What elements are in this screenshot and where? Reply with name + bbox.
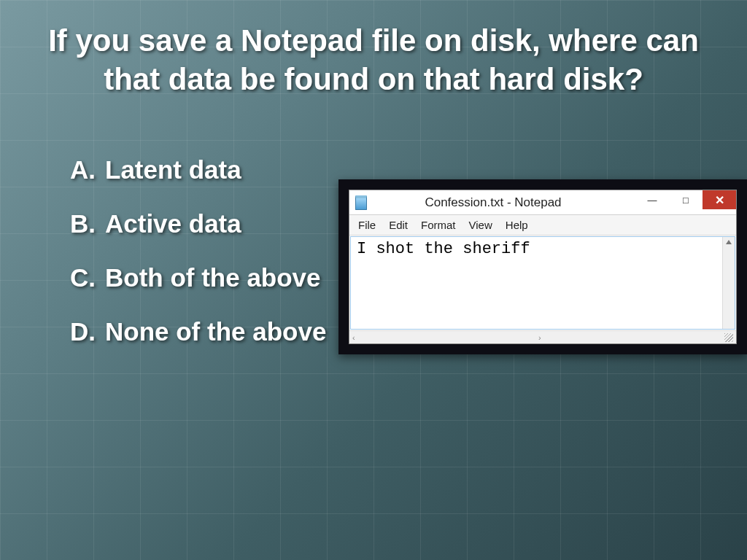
- menu-view[interactable]: View: [469, 219, 492, 231]
- slide: If you save a Notepad file on disk, wher…: [0, 0, 747, 560]
- vertical-scrollbar[interactable]: [722, 237, 735, 329]
- menu-format[interactable]: Format: [421, 219, 456, 231]
- notepad-statusbar: ‹ ›: [349, 330, 736, 343]
- resize-grip-icon[interactable]: [724, 333, 733, 342]
- answer-text: Both of the above: [105, 263, 321, 292]
- answer-text: None of the above: [105, 317, 326, 346]
- window-controls: — □ ✕: [635, 190, 736, 209]
- notepad-screenshot: Confession.txt - Notepad — □ ✕ File Edit…: [338, 179, 747, 354]
- answer-letter: D.: [70, 317, 98, 346]
- notepad-text-area[interactable]: I shot the sheriff: [350, 236, 735, 330]
- question-title: If you save a Notepad file on disk, wher…: [36, 22, 711, 98]
- menu-help[interactable]: Help: [506, 219, 528, 231]
- scroll-left-icon[interactable]: ‹: [352, 333, 355, 342]
- notepad-window: Confession.txt - Notepad — □ ✕ File Edit…: [349, 190, 737, 344]
- scroll-right-icon[interactable]: ›: [538, 333, 541, 342]
- notepad-title: Confession.txt - Notepad: [380, 195, 606, 210]
- answer-letter: B.: [70, 209, 98, 238]
- notepad-menubar: File Edit Format View Help: [349, 215, 736, 236]
- notepad-icon: [355, 195, 367, 210]
- menu-file[interactable]: File: [358, 219, 376, 231]
- menu-edit[interactable]: Edit: [389, 219, 408, 231]
- close-button[interactable]: ✕: [703, 190, 736, 209]
- maximize-button[interactable]: □: [669, 190, 703, 209]
- answer-text: Latent data: [105, 155, 241, 184]
- minimize-button[interactable]: —: [635, 190, 669, 209]
- answer-text: Active data: [105, 209, 241, 238]
- answer-letter: C.: [70, 263, 98, 292]
- notepad-titlebar: Confession.txt - Notepad — □ ✕: [349, 190, 736, 215]
- notepad-content: I shot the sheriff: [357, 240, 530, 258]
- answer-letter: A.: [70, 155, 98, 184]
